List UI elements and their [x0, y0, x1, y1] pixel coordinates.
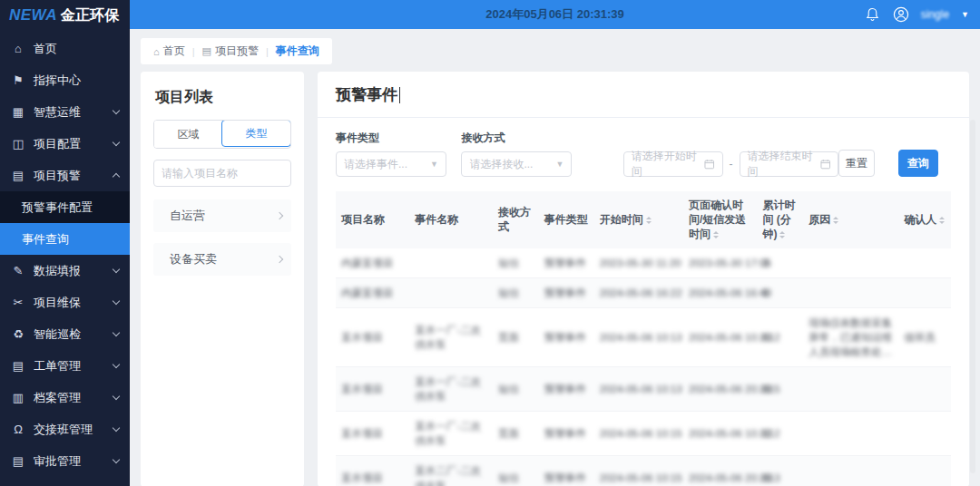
cell-total: 9: [757, 277, 803, 307]
project-search-input[interactable]: 请输入项目名称: [153, 160, 291, 187]
cell-project: 某水项目: [336, 367, 409, 412]
cell-event: 某水二厂-二次供水泵: [409, 456, 493, 486]
sort-icon[interactable]: [833, 217, 838, 224]
cell-text: 内蒙某项目: [341, 258, 394, 268]
cell-total: 612: [757, 307, 803, 366]
tree-item[interactable]: 设备买卖: [153, 243, 291, 276]
tree-item[interactable]: 自运营: [153, 199, 291, 232]
start-time-picker[interactable]: 请选择开始时间: [623, 151, 723, 177]
column-header-confirm[interactable]: 页面确认时间/短信发送时间: [683, 191, 757, 248]
sidebar-item-work-order[interactable]: ▤工单管理: [0, 350, 130, 382]
sidebar-item-label: 项目预警: [34, 168, 113, 184]
cell-receive: 短信: [493, 248, 539, 278]
sidebar-item-command-center[interactable]: ⚑指挥中心: [0, 64, 130, 96]
sidebar: NEWA 金正环保 ⌂首页⚑指挥中心▦智慧运维◫项目配置▤项目预警预警事件配置事…: [0, 0, 130, 486]
user-dropdown-caret-icon[interactable]: ▼: [961, 10, 969, 19]
sidebar-item-smart-ops[interactable]: ▦智慧运维: [0, 96, 130, 128]
reset-button[interactable]: 重置: [838, 150, 874, 177]
column-header-label: 确认人: [904, 213, 936, 226]
sidebar-item-project-alert[interactable]: ▤项目预警: [0, 160, 130, 191]
table-row: 某水项目某水一厂-二次供水泵短信预警事件2024-05-06 10:132024…: [336, 367, 951, 412]
breadcrumb-item[interactable]: 事件查询: [276, 44, 319, 59]
page-title: 预警事件: [336, 84, 951, 105]
sidebar-item-project-config[interactable]: ◫项目配置: [0, 128, 130, 160]
cell-type: 预警事件: [539, 412, 594, 456]
bell-icon[interactable]: [865, 6, 881, 23]
sidebar-item-label: 项目配置: [34, 136, 113, 152]
cell-event: 某水一厂-二次供水泵: [409, 367, 493, 412]
project-tree: 自运营设备买卖: [153, 199, 291, 276]
sidebar-item-archive[interactable]: ▥档案管理: [0, 382, 130, 413]
cell-text: 某水项目: [341, 428, 383, 439]
cell-event: [409, 248, 493, 278]
tab-区域[interactable]: 区域: [154, 121, 222, 148]
sidebar-item-data-report[interactable]: ✎数据填报: [0, 255, 130, 287]
cell-start: 2024-05-06 16:22: [594, 277, 683, 307]
chevron-down-icon: [113, 266, 120, 273]
cell-project: 内蒙某项目: [336, 277, 409, 307]
cell-type: 预警事件: [539, 307, 594, 366]
project-search-placeholder: 请输入项目名称: [162, 166, 238, 181]
receive-method-filter: 接收方式 请选择接收... ▼: [461, 131, 572, 177]
avatar-icon[interactable]: [893, 6, 909, 23]
column-header-project: 项目名称: [336, 191, 409, 248]
sidebar-item-label: 工单管理: [34, 358, 113, 374]
sidebar-subitem-event-query[interactable]: 事件查询: [0, 223, 130, 255]
cell-receive: 短信: [493, 277, 539, 307]
cell-start: 2024-05-06 10:13: [594, 307, 683, 366]
event-type-label: 事件类型: [336, 131, 446, 146]
column-header-total[interactable]: 累计时间 (分钟): [757, 191, 803, 248]
sidebar-item-project-maintenance[interactable]: ✂项目维保: [0, 287, 130, 318]
cell-text: 页面: [498, 332, 519, 343]
cell-confirmer: [898, 456, 951, 486]
monitor-icon: ◫: [11, 137, 25, 151]
sort-icon[interactable]: [646, 217, 652, 224]
table-row: 内蒙某项目短信预警事件2024-05-06 16:222024-05-06 16…: [336, 277, 951, 307]
sort-icon[interactable]: [779, 231, 785, 238]
cell-total: 613: [757, 456, 803, 486]
column-header-reason[interactable]: 原因: [803, 191, 898, 248]
cell-text: 预警事件: [544, 472, 586, 483]
sort-icon[interactable]: [713, 231, 719, 238]
chevron-down-icon: [113, 361, 120, 368]
cell-confirm: 2024-05-06 16:40: [683, 277, 757, 307]
sidebar-item-home[interactable]: ⌂首页: [0, 33, 130, 64]
breadcrumb-label: 项目预警: [215, 44, 259, 59]
event-type-select[interactable]: 请选择事件... ▼: [336, 151, 446, 177]
cell-event: 某水一厂-二次供水泵: [409, 412, 493, 456]
column-header-start[interactable]: 开始时间: [594, 191, 683, 248]
cell-text: 2024-05-06 10:22: [689, 428, 771, 439]
cell-project: 内蒙某项目: [336, 248, 409, 278]
sidebar-item-smart-inspection[interactable]: ♻智能巡检: [0, 318, 130, 350]
end-time-picker[interactable]: 请选择结束时间: [740, 151, 839, 177]
sidebar-item-approval[interactable]: ▤审批管理: [0, 445, 130, 477]
search-button[interactable]: 查询: [898, 150, 939, 177]
breadcrumb-item[interactable]: ▤项目预警: [202, 44, 259, 59]
sidebar-item-label: 首页: [34, 41, 119, 57]
cell-text: 预警事件: [544, 258, 586, 268]
username-text[interactable]: single: [921, 8, 949, 21]
sidebar-item-shift-management[interactable]: Ω交接班管理: [0, 413, 130, 445]
cell-receive: 页面: [493, 307, 539, 366]
cell-total: 3: [757, 248, 803, 278]
sidebar-subitem-alert-event-config[interactable]: 预警事件配置: [0, 191, 130, 223]
flag-icon: ⚑: [11, 73, 25, 87]
cell-text: 2024-05-06 20:28: [689, 384, 771, 394]
receive-method-select[interactable]: 请选择接收... ▼: [461, 151, 572, 177]
column-header-label: 原因: [808, 213, 830, 226]
cell-text: 2023-05-30 11:20: [600, 258, 681, 268]
breadcrumb-item[interactable]: ⌂首页: [153, 44, 185, 59]
cell-text: 2024-05-06 10:15: [600, 472, 682, 483]
cell-text: 某水一厂-二次供水泵: [415, 376, 481, 402]
tab-类型[interactable]: 类型: [221, 120, 291, 147]
cell-type: 预警事件: [539, 456, 594, 486]
cell-text: 2023-05-30 17:05: [689, 258, 771, 268]
sidebar-item-label: 数据填报: [34, 263, 113, 279]
column-header-label: 事件名称: [415, 213, 458, 226]
project-tab-group: 区域类型: [153, 120, 291, 149]
table-row: 某水项目某水二厂-二次供水泵短信预警事件2024-05-06 10:152024…: [336, 456, 951, 486]
datetime-display: 2024年05月06日 20:31:39: [130, 6, 980, 23]
sort-icon[interactable]: [939, 217, 945, 224]
column-header-confirmer[interactable]: 确认人: [898, 191, 951, 248]
vertical-scrollbar[interactable]: [970, 120, 975, 473]
